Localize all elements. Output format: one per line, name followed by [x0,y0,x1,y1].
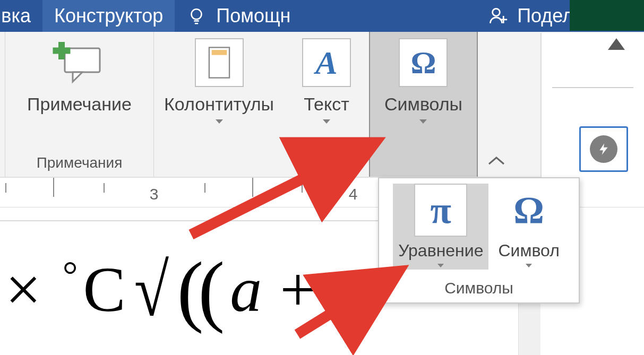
dropdown-caret-icon [216,119,223,124]
group-comments: Примечание Примечания [5,32,154,177]
symbols-dropdown-panel: π Уравнение Ω Символ Символы [378,177,580,304]
new-comment-button[interactable]: Примечание [18,38,141,117]
editor-side-pane [540,33,644,197]
ruler-tick [53,178,54,197]
eq-times: × [5,253,41,326]
dropdown-caret-icon [437,264,444,267]
glyph-omega: Ω [410,45,436,81]
lightbulb-icon [186,6,207,26]
ruler-tick [204,183,205,193]
group-headers: Колонтитулы [154,32,284,177]
eq-plus: + [280,253,316,326]
window-corner [570,0,644,31]
eq-a: a [230,253,262,326]
omega-icon: Ω [399,38,448,87]
glyph-pi: π [431,188,451,232]
tab-insert-partial[interactable]: вка [0,0,42,32]
glyph-a: А [315,44,337,82]
ruler-tick [5,183,6,193]
tab-label: вка [1,5,31,27]
group-text: А Текст [284,32,369,177]
button-label: Колонтитулы [164,94,274,114]
button-label: Символы [384,94,462,114]
symbols-dropdown-button[interactable]: Ω Символы [369,32,478,177]
symbol-button[interactable]: Ω Символ [493,184,564,270]
ribbon-border-left [0,32,5,177]
quick-action-button[interactable] [579,126,628,172]
tab-constructor[interactable]: Конструктор [42,0,175,32]
ruler-number: 4 [349,185,358,203]
svg-point-0 [192,9,202,19]
page-icon [195,38,244,87]
text-icon: А [302,38,351,87]
svg-point-1 [493,8,500,16]
ruler-tick [252,178,253,197]
dropdown-caret-icon [323,119,330,124]
ribbon-tabstrip: вка Конструктор Помощн Поделиться [0,0,644,32]
tab-label: Помощн [216,5,290,27]
pi-icon: π [414,184,467,237]
comment-icon [50,38,108,87]
svg-rect-4 [53,48,71,54]
pane-divider [552,87,633,88]
share-icon [487,4,511,28]
scroll-up-icon[interactable] [608,38,625,50]
button-label: Уравнение [398,241,483,261]
ruler-tick [302,183,303,193]
eq-paren2: ( [198,244,225,335]
tab-help[interactable]: Помощн [175,0,302,32]
tab-label: Конструктор [54,5,163,27]
svg-rect-6 [211,50,227,55]
omega-icon: Ω [502,184,555,237]
text-button[interactable]: А Текст [293,38,360,127]
equation-content[interactable]: × ° C √ ( ( a + [5,244,316,335]
button-label: Текст [304,94,349,114]
ribbon-collapse-button[interactable] [487,154,506,169]
dropdown-caret-icon [419,119,427,124]
ruler-number: 3 [150,185,159,203]
ruler-tick [104,183,105,193]
lightning-icon [590,135,617,163]
eq-c: C [83,253,125,326]
headers-footers-button[interactable]: Колонтитулы [154,38,284,127]
dropdown-caret-icon [526,264,532,267]
eq-sqrt: √ [134,247,168,333]
button-label: Примечание [27,94,132,114]
eq-degree: ° [63,253,78,297]
button-label: Символ [498,241,559,261]
group-label: Примечания [5,151,153,177]
glyph-omega: Ω [513,188,544,232]
panel-group-label: Символы [379,270,579,302]
equation-button[interactable]: π Уравнение [393,184,488,270]
